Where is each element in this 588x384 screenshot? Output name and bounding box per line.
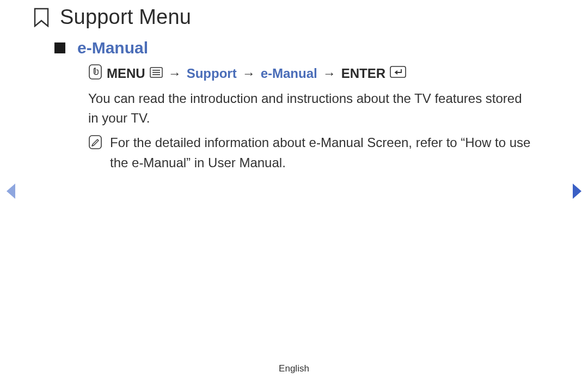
nav-next-button[interactable] bbox=[571, 182, 584, 202]
note-text: For the detailed information about e-Man… bbox=[110, 132, 534, 173]
enter-icon bbox=[390, 66, 406, 81]
remote-hand-icon bbox=[88, 64, 102, 83]
bookmark-icon bbox=[33, 8, 50, 27]
note-pencil-icon bbox=[88, 135, 102, 155]
menu-bars-icon bbox=[150, 66, 163, 81]
enter-label: ENTER bbox=[341, 66, 385, 81]
note-row: For the detailed information about e-Man… bbox=[88, 132, 534, 173]
nav-prev-button[interactable] bbox=[4, 182, 17, 202]
square-bullet-icon bbox=[54, 42, 65, 53]
svg-rect-6 bbox=[89, 136, 101, 149]
arrow-1: → bbox=[167, 66, 182, 81]
title-row: Support Menu bbox=[33, 5, 550, 29]
menu-label: MENU bbox=[107, 66, 145, 81]
svg-rect-5 bbox=[390, 66, 406, 77]
section-heading: e-Manual bbox=[77, 39, 148, 57]
section-row: e-Manual bbox=[54, 39, 550, 57]
body-paragraph: You can read the introduction and instru… bbox=[88, 89, 528, 128]
path-support: Support bbox=[187, 66, 237, 81]
arrow-2: → bbox=[241, 66, 256, 81]
path-emanual: e-Manual bbox=[261, 66, 317, 81]
arrow-3: → bbox=[322, 66, 337, 81]
page-title: Support Menu bbox=[60, 5, 191, 29]
navigation-path: MENU → Support → e-Manual → ENTER bbox=[88, 64, 550, 83]
footer-language: English bbox=[0, 363, 588, 374]
